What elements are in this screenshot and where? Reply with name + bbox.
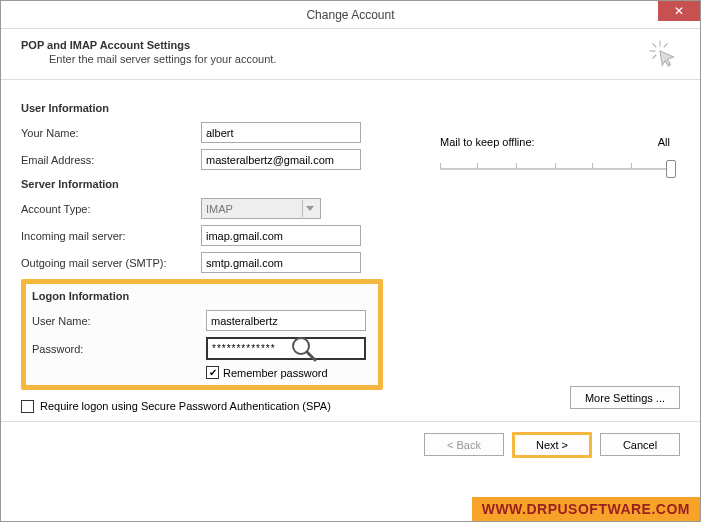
label-password: Password: xyxy=(32,343,206,355)
header-subtitle: Enter the mail server settings for your … xyxy=(21,53,680,65)
section-logon-info: Logon Information xyxy=(32,290,368,302)
more-settings-button[interactable]: More Settings ... xyxy=(570,386,680,409)
next-button[interactable]: Next > xyxy=(512,432,592,458)
cursor-click-icon xyxy=(648,39,678,71)
email-input[interactable] xyxy=(201,149,361,170)
label-username: User Name: xyxy=(32,315,206,327)
logon-highlight: Logon Information User Name: Password: ✔… xyxy=(21,279,383,390)
offline-slider[interactable] xyxy=(440,160,670,178)
label-outgoing: Outgoing mail server (SMTP): xyxy=(21,257,201,269)
svg-line-4 xyxy=(653,55,657,59)
titlebar: Change Account ✕ xyxy=(1,1,700,29)
account-type-value: IMAP xyxy=(206,203,233,215)
your-name-input[interactable] xyxy=(201,122,361,143)
label-your-name: Your Name: xyxy=(21,127,201,139)
label-spa: Require logon using Secure Password Auth… xyxy=(40,400,340,412)
section-user-info: User Information xyxy=(21,102,680,114)
slider-thumb[interactable] xyxy=(666,160,676,178)
svg-line-2 xyxy=(653,44,657,48)
remember-password-checkbox[interactable]: ✔ xyxy=(206,366,219,379)
cancel-button[interactable]: Cancel xyxy=(600,433,680,456)
back-button: < Back xyxy=(424,433,504,456)
offline-panel: Mail to keep offline: All xyxy=(440,136,670,178)
label-account-type: Account Type: xyxy=(21,203,201,215)
chevron-down-icon xyxy=(302,200,316,217)
label-remember: Remember password xyxy=(223,367,328,379)
watermark: WWW.DRPUSOFTWARE.COM xyxy=(472,497,700,521)
mail-offline-value: All xyxy=(658,136,670,148)
change-account-window: Change Account ✕ POP and IMAP Account Se… xyxy=(0,0,701,522)
header: POP and IMAP Account Settings Enter the … xyxy=(1,29,700,80)
password-input[interactable] xyxy=(206,337,366,360)
close-icon: ✕ xyxy=(674,4,684,18)
footer: < Back Next > Cancel xyxy=(1,421,700,467)
label-incoming: Incoming mail server: xyxy=(21,230,201,242)
label-email: Email Address: xyxy=(21,154,201,166)
username-input[interactable] xyxy=(206,310,366,331)
section-server-info: Server Information xyxy=(21,178,680,190)
svg-line-3 xyxy=(664,44,668,48)
label-mail-offline: Mail to keep offline: xyxy=(440,136,535,148)
outgoing-server-input[interactable] xyxy=(201,252,361,273)
close-button[interactable]: ✕ xyxy=(658,1,700,21)
window-title: Change Account xyxy=(306,8,394,22)
header-title: POP and IMAP Account Settings xyxy=(21,39,680,51)
spa-checkbox[interactable] xyxy=(21,400,34,413)
dialog-body: User Information Your Name: Email Addres… xyxy=(1,80,700,421)
account-type-select: IMAP xyxy=(201,198,321,219)
incoming-server-input[interactable] xyxy=(201,225,361,246)
